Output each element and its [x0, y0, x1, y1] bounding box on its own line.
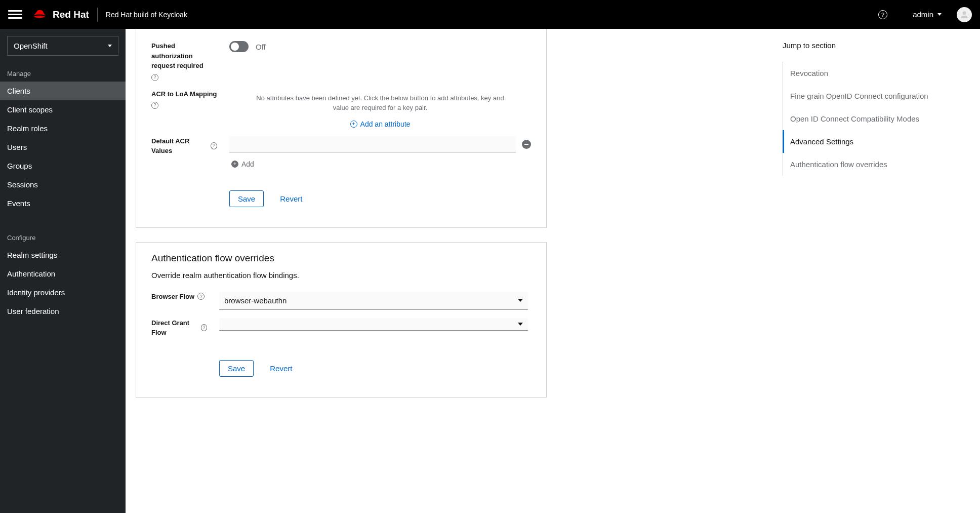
sidebar-item-authentication[interactable]: Authentication	[0, 264, 126, 283]
browser-flow-row: Browser Flow ? browser-webauthn	[151, 292, 531, 310]
sidebar-nav: OpenShift Manage Clients Client scopes R…	[0, 29, 126, 513]
auth-flow-overrides-card: Authentication flow overrides Override r…	[136, 242, 547, 398]
pushed-auth-toggle[interactable]	[229, 41, 249, 52]
product-name: Red Hat build of Keycloak	[106, 11, 187, 19]
direct-grant-flow-label: Direct Grant Flow ?	[151, 318, 207, 338]
acr-loa-row: ACR to LoA Mapping ? No attributes have …	[151, 89, 531, 128]
direct-grant-flow-row: Direct Grant Flow ?	[151, 318, 531, 338]
sidebar-item-users[interactable]: Users	[0, 138, 126, 156]
sidebar-item-events[interactable]: Events	[0, 194, 126, 213]
caret-down-icon	[518, 299, 523, 302]
jump-item-fine-grain-oidc[interactable]: Fine grain OpenID Connect configuration	[783, 85, 965, 107]
empty-attributes-text: No attributes have been defined yet. Cli…	[229, 89, 531, 117]
avatar[interactable]	[957, 7, 972, 22]
jump-item-oidc-compat[interactable]: Open ID Connect Compatibility Modes	[783, 107, 965, 130]
nav-section-manage: Manage	[0, 63, 126, 82]
user-name: admin	[913, 10, 933, 19]
sidebar-item-clients[interactable]: Clients	[0, 82, 126, 100]
save-button[interactable]: Save	[229, 190, 264, 207]
sidebar-item-realm-roles[interactable]: Realm roles	[0, 119, 126, 138]
revert-button[interactable]: Revert	[262, 360, 300, 377]
jump-to-section-nav: Jump to section Revocation Fine grain Op…	[767, 29, 980, 513]
default-acr-input[interactable]	[229, 136, 516, 153]
section-title: Authentication flow overrides	[151, 253, 531, 264]
toggle-off-label: Off	[256, 43, 266, 51]
help-tooltip-icon[interactable]: ?	[197, 293, 205, 300]
direct-grant-flow-select[interactable]	[219, 318, 528, 331]
acr-loa-label: ACR to LoA Mapping ?	[151, 89, 217, 109]
app-header: Red Hat Red Hat build of Keycloak ? admi…	[0, 0, 980, 29]
user-icon	[959, 10, 969, 20]
section-description: Override realm authentication flow bindi…	[151, 271, 531, 280]
browser-flow-label: Browser Flow ?	[151, 292, 207, 302]
add-attribute-button[interactable]: + Add an attribute	[229, 120, 531, 128]
jump-item-revocation[interactable]: Revocation	[783, 62, 965, 85]
redhat-icon	[31, 9, 48, 21]
plus-circle-icon: +	[231, 161, 238, 168]
sidebar-item-sessions[interactable]: Sessions	[0, 175, 126, 194]
sidebar-item-identity-providers[interactable]: Identity providers	[0, 283, 126, 302]
sidebar-item-realm-settings[interactable]: Realm settings	[0, 246, 126, 264]
help-icon[interactable]: ?	[878, 10, 887, 19]
caret-down-icon	[108, 45, 112, 47]
svg-point-2	[963, 11, 966, 15]
user-menu-dropdown[interactable]: admin	[913, 10, 942, 19]
plus-circle-icon: +	[350, 121, 357, 128]
default-acr-label: Default ACR Values ?	[151, 136, 217, 156]
pushed-auth-row: Pushed authorization request required ? …	[151, 41, 531, 81]
caret-down-icon	[518, 323, 523, 326]
auth-flow-buttons-row: Save Revert	[151, 346, 531, 377]
nav-section-configure: Configure	[0, 227, 126, 246]
caret-down-icon	[937, 13, 942, 16]
remove-value-button[interactable]	[522, 140, 531, 149]
browser-flow-select[interactable]: browser-webauthn	[219, 292, 528, 310]
sidebar-item-client-scopes[interactable]: Client scopes	[0, 100, 126, 119]
brand-name: Red Hat	[53, 9, 89, 20]
realm-selector-dropdown[interactable]: OpenShift	[7, 36, 118, 56]
brand-logo: Red Hat	[31, 9, 89, 21]
help-tooltip-icon[interactable]: ?	[211, 142, 217, 149]
default-acr-row: Default ACR Values ? + Add	[151, 136, 531, 168]
advanced-settings-card: Pushed authorization request required ? …	[136, 29, 547, 228]
advanced-buttons-row: Save Revert	[151, 176, 531, 207]
realm-name: OpenShift	[14, 42, 48, 50]
jump-item-auth-flow-overrides[interactable]: Authentication flow overrides	[783, 153, 965, 176]
jump-list: Revocation Fine grain OpenID Connect con…	[783, 62, 965, 176]
jump-item-advanced-settings[interactable]: Advanced Settings	[783, 130, 965, 153]
menu-toggle-button[interactable]	[8, 8, 22, 22]
help-tooltip-icon[interactable]: ?	[151, 74, 158, 81]
revert-button[interactable]: Revert	[272, 190, 310, 207]
jump-title: Jump to section	[783, 41, 965, 50]
header-divider	[97, 8, 98, 22]
sidebar-item-groups[interactable]: Groups	[0, 156, 126, 175]
pushed-auth-label: Pushed authorization request required ?	[151, 41, 217, 81]
browser-flow-value: browser-webauthn	[224, 296, 287, 305]
help-tooltip-icon[interactable]: ?	[201, 324, 207, 331]
add-value-button[interactable]: + Add	[231, 160, 531, 168]
save-button[interactable]: Save	[219, 360, 254, 377]
help-tooltip-icon[interactable]: ?	[151, 102, 158, 109]
sidebar-item-user-federation[interactable]: User federation	[0, 302, 126, 321]
